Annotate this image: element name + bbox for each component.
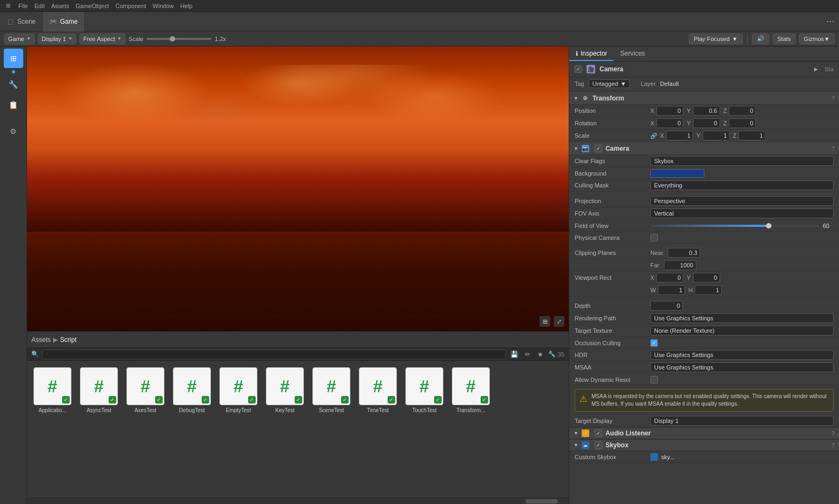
near-input[interactable] [668,248,700,258]
projection-value: Perspective [654,198,685,204]
audio-listener-checkbox[interactable] [595,429,602,437]
position-z-input[interactable] [729,106,756,116]
tag-dropdown[interactable]: Untagged ▼ [589,79,630,88]
play-focused-button[interactable]: Play Focused ▼ [689,33,743,44]
stats-button[interactable]: Stats [773,33,796,44]
position-x-input[interactable] [656,106,683,116]
aspect-dropdown[interactable]: Free Aspect ▼ [79,33,125,44]
camera-active-checkbox[interactable] [575,65,582,73]
hdr-dropdown[interactable]: Use Graphics Settings [650,350,834,360]
list-item[interactable]: # ✓ KeyTest [264,365,306,415]
search-input[interactable] [42,350,506,359]
scale-x-input[interactable] [666,131,693,140]
list-item[interactable]: # ✓ AxesTest [124,365,167,415]
rendering-path-dropdown[interactable]: Use Graphics Settings [650,313,834,323]
scale-z-input[interactable] [738,131,765,140]
skybox-header[interactable]: ▼ ☁ Skybox ? [569,439,839,451]
list-item[interactable]: # ✓ TimeTest [357,365,399,415]
scale-container: Scale 1.2x [129,36,226,42]
camera-object-header: 🎥 Camera ▶ Sta [569,62,839,77]
menu-component[interactable]: Component [115,3,146,9]
display-dropdown[interactable]: Display 1 ▼ [38,33,76,44]
menu-assets[interactable]: Assets [51,3,69,9]
breadcrumb-assets[interactable]: Assets [31,336,51,344]
scrollbar-thumb[interactable] [525,499,558,503]
transform-section-header[interactable]: ▼ ⊕ Transform ? [569,92,839,105]
background-color-swatch[interactable] [650,169,704,178]
target-texture-dropdown[interactable]: None (Render Texture) [650,326,834,335]
asset-save-btn[interactable]: 💾 [509,349,520,360]
msaa-dropdown[interactable]: Use Graphics Settings [650,362,834,372]
game-viewport[interactable]: ⊞ ⤢ [27,46,569,331]
camera-section-checkbox[interactable] [595,145,602,152]
inspector-tab[interactable]: ℹ Inspector [569,47,614,61]
depth-label: Depth [575,303,650,309]
vp-w-input[interactable] [658,285,685,295]
list-item[interactable]: # ✓ Applicatio... [31,365,74,415]
list-item[interactable]: # ✓ DebugTest [171,365,213,415]
rotation-x-input[interactable] [656,118,683,128]
sidebar-item-4[interactable]: ⚙ [4,122,23,141]
scale-link-icon[interactable]: 🔗 [650,133,657,139]
fov-slider[interactable] [650,225,820,227]
rotation-z-input[interactable] [729,118,756,128]
menu-help[interactable]: Help [180,3,192,9]
asset-toggle-btn[interactable]: ✏ [522,349,533,360]
viewport-settings-btn[interactable]: ⊞ [540,316,550,327]
scale-slider[interactable] [147,38,211,40]
target-display-dropdown[interactable]: Display 1 [650,416,834,426]
asset-check-badge: ✓ [155,396,163,404]
menu-edit[interactable]: Edit [35,3,45,9]
fov-slider-thumb[interactable] [766,223,771,229]
skybox-checkbox[interactable] [595,441,602,449]
menu-file[interactable]: File [18,3,28,9]
inspector-tabs: ℹ Inspector Services [569,46,839,62]
clear-flags-dropdown[interactable]: Skybox [650,156,834,166]
sidebar-item-3[interactable]: 📋 [4,95,23,115]
audio-listener-header[interactable]: ▼ ♪ Audio Listener ? [569,427,839,439]
list-item[interactable]: # ✓ Transform... [450,365,492,415]
game-tab[interactable]: 🎮 Game [43,12,85,31]
list-item[interactable]: # ✓ TouchTest [403,365,445,415]
scale-slider-thumb[interactable] [170,36,175,42]
gizmos-button[interactable]: Gizmos ▼ [799,33,835,44]
game-mode-dropdown[interactable]: Game ▼ [4,33,35,44]
asset-star-btn[interactable]: ★ [535,349,546,360]
skybox-help[interactable]: ? [831,442,835,448]
menu-window[interactable]: Window [152,3,174,9]
physical-camera-checkbox[interactable] [650,234,658,241]
rotation-y-input[interactable] [693,118,720,128]
services-tab[interactable]: Services [614,47,651,61]
list-item[interactable]: # ✓ EmptyTest [217,365,259,415]
list-item[interactable]: # ✓ SceneTest [310,365,352,415]
tab-more-button[interactable]: ⋯ [826,16,839,26]
vp-y-input[interactable] [693,273,720,283]
projection-dropdown[interactable]: Perspective [650,196,834,206]
sidebar-item-2[interactable]: 🔧 [4,75,23,94]
camera-sta-label: Sta [824,66,834,72]
camera-section-header[interactable]: ▼ 📷 Camera ? [569,142,839,155]
far-input[interactable] [664,260,696,270]
vp-x-input[interactable] [656,273,683,283]
allow-dynamic-checkbox[interactable] [650,376,658,384]
scale-y-input[interactable] [703,131,730,140]
breadcrumb-script[interactable]: Script [60,336,77,344]
depth-input[interactable] [650,301,683,311]
scene-tab[interactable]: ⬚ Scene [0,12,43,31]
vp-h-input[interactable] [695,285,722,295]
volume-button[interactable]: 🔊 [752,33,769,44]
camera-section-help[interactable]: ? [831,145,835,152]
viewport-expand-btn[interactable]: ⤢ [554,316,564,327]
fov-axis-dropdown[interactable]: Vertical [650,209,834,218]
list-item[interactable]: # ✓ AsyncTest [78,365,120,415]
occlusion-culling-checkbox[interactable] [650,339,658,347]
audio-listener-help[interactable]: ? [831,430,835,436]
sidebar-item-1[interactable]: ⊞ [4,49,23,68]
camera-more-btn[interactable]: ▶ [814,66,818,72]
transform-help[interactable]: ? [831,95,835,102]
display-arrow: ▼ [68,36,72,41]
menu-gameobject[interactable]: GameObject [76,3,109,9]
position-y-input[interactable] [693,106,720,116]
horizontal-scrollbar[interactable] [27,498,569,504]
culling-mask-dropdown[interactable]: Everything [650,180,834,190]
